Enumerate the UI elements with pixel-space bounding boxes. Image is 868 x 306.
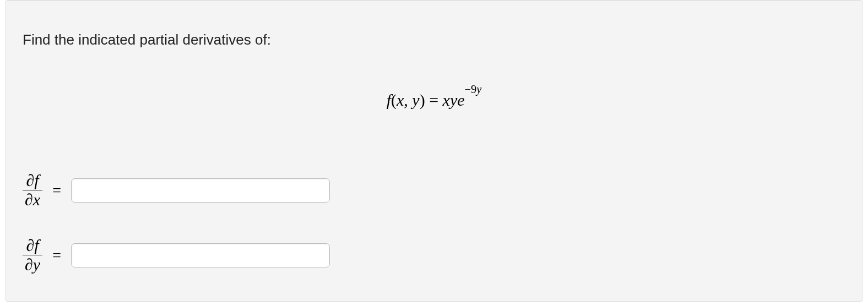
equation-close-paren: )	[420, 91, 425, 109]
partial-dx-input[interactable]	[71, 178, 330, 203]
partial-dy-row: ∂f ∂y =	[23, 237, 330, 273]
equation-arg2: y	[412, 91, 419, 109]
equals-sign: =	[52, 247, 61, 264]
equation-exp-var: y	[476, 83, 481, 95]
equation-exp-minus: −	[465, 83, 471, 95]
equation-arg1: x	[397, 91, 404, 109]
equation-open-paren: (	[391, 91, 397, 109]
partial-dx-fraction: ∂f ∂x	[23, 172, 42, 208]
partial-dy-numerator: ∂f	[24, 237, 41, 255]
partial-dy-denominator: ∂y	[23, 255, 42, 273]
partial-dy-input[interactable]	[71, 243, 330, 267]
partial-dy-fraction: ∂f ∂y	[23, 237, 42, 273]
partial-dx-denominator: ∂x	[23, 190, 42, 208]
equation-comma: ,	[404, 91, 412, 109]
equation-rhs-exponent: −9y	[465, 83, 482, 95]
equals-sign: =	[52, 182, 61, 199]
equation-exp-num: 9	[471, 83, 476, 95]
function-equation: f(x, y) = xye−9y	[6, 90, 862, 110]
equation-rhs-base: xye	[443, 91, 465, 109]
partial-dx-numerator: ∂f	[24, 172, 41, 190]
partial-dx-row: ∂f ∂x =	[23, 172, 330, 208]
equation-eq: =	[425, 91, 443, 109]
equation-lhs-func: f	[387, 91, 391, 109]
prompt-text: Find the indicated partial derivatives o…	[23, 31, 271, 48]
question-panel: Find the indicated partial derivatives o…	[6, 0, 862, 302]
